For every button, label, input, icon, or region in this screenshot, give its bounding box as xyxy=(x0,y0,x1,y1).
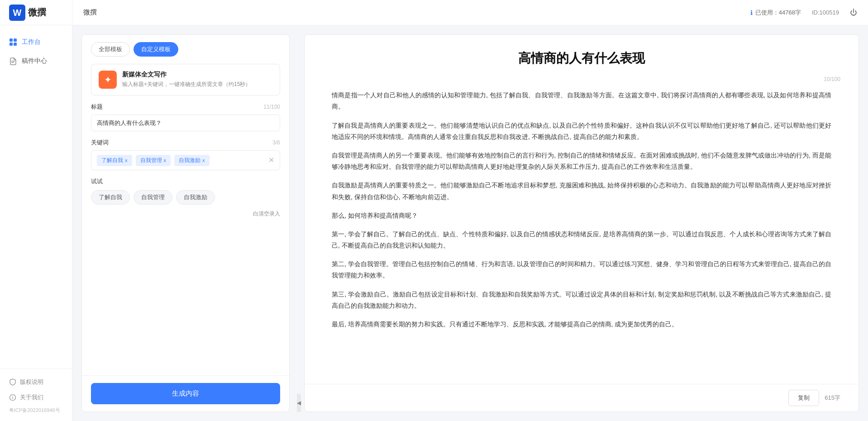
copy-button[interactable]: 复制 xyxy=(788,390,819,406)
remove-keyword-1[interactable]: x xyxy=(125,158,128,163)
page-title: 微撰 xyxy=(83,8,97,17)
svg-rect-4 xyxy=(10,43,13,46)
keywords-label-row: 关键词 3/6 xyxy=(91,139,280,147)
sidebar-footer: 版权说明 关于我们 粤ICP备2022016946号 xyxy=(0,368,72,421)
suggestion-chips: 了解自我 自我管理 自我激励 xyxy=(91,190,280,205)
left-panel: 全部模板 自定义模板 ✦ 新媒体全文写作 输入标题+关键词，一键准确生成所需文章… xyxy=(81,34,290,412)
remove-keyword-2[interactable]: x xyxy=(164,158,167,163)
paragraph-7: 第二, 学会自我管理。管理自己包括控制自己的情绪、行为和言语, 以及管理自己的时… xyxy=(332,258,831,281)
keywords-section: 关键词 3/6 了解自我 x 自我管理 x 自我激励 xyxy=(91,139,280,170)
top-bar: 微撰 ℹ 已使用：44768字 ID:100519 ⏻ xyxy=(72,0,868,25)
clear-keywords-btn[interactable]: ✕ xyxy=(268,157,274,164)
svg-rect-5 xyxy=(14,43,17,46)
usage-info: ℹ 已使用：44768字 xyxy=(750,9,801,17)
template-name: 新媒体全文写作 xyxy=(122,71,272,79)
keyword-label-2: 自我管理 xyxy=(140,157,162,164)
suggestion-chip-3[interactable]: 自我激励 xyxy=(176,190,215,205)
footer-item-copyright[interactable]: 版权说明 xyxy=(0,374,72,390)
file-icon xyxy=(9,57,17,65)
logo-text: 微撰 xyxy=(28,6,46,19)
panel-tabs: 全部模板 自定义模板 xyxy=(82,35,289,57)
generate-button[interactable]: 生成内容 xyxy=(91,383,280,404)
power-icon[interactable]: ⏻ xyxy=(850,9,857,17)
template-icon: ✦ xyxy=(99,71,117,89)
logo-area: W 微撰 xyxy=(0,0,72,25)
paragraph-5: 那么, 如何培养和提高情商呢？ xyxy=(332,210,831,221)
top-bar-right: ℹ 已使用：44768字 ID:100519 ⏻ xyxy=(750,9,857,17)
footer-label-copyright: 版权说明 xyxy=(20,378,43,386)
paragraph-2: 了解自我是高情商人的重要表现之一。他们能够清楚地认识自己的优点和缺点, 以及自己… xyxy=(332,120,831,143)
template-card[interactable]: ✦ 新媒体全文写作 输入标题+关键词，一键准确生成所需文章（约15秒） xyxy=(91,64,280,96)
article-footer: 复制 615字 xyxy=(305,384,858,411)
keywords-label: 关键词 xyxy=(91,139,109,147)
collapse-arrow[interactable]: ◀ xyxy=(297,394,301,412)
right-panel: 高情商的人有什么表现 10/100 情商是指一个人对自己和他人的感情的认知和管理… xyxy=(304,34,859,412)
suggestion-chip-2[interactable]: 自我管理 xyxy=(134,190,172,205)
paragraph-3: 自我管理是高情商人的另一个重要表现。他们能够有效地控制自己的言行和行为, 控制自… xyxy=(332,150,831,172)
clear-all-link[interactable]: 白清空录入 xyxy=(91,210,280,218)
keyword-tag-2[interactable]: 自我管理 x xyxy=(136,155,171,166)
keyword-tag-1[interactable]: 了解自我 x xyxy=(97,155,132,166)
keyword-tag-3[interactable]: 自我激励 x xyxy=(174,155,210,166)
sidebar-item-workbench[interactable]: 工作台 xyxy=(0,33,72,52)
keywords-box: 了解自我 x 自我管理 x 自我激励 x ✕ xyxy=(91,150,280,170)
remove-keyword-3[interactable]: x xyxy=(202,158,205,163)
svg-rect-3 xyxy=(14,38,17,42)
article-header: 高情商的人有什么表现 xyxy=(305,35,858,74)
panel-footer: 生成内容 xyxy=(82,375,289,411)
keyword-label-3: 自我激励 xyxy=(179,157,200,164)
template-desc: 输入标题+关键词，一键准确生成所需文章（约15秒） xyxy=(122,81,272,88)
footer-label-about: 关于我们 xyxy=(20,393,43,402)
sidebar-nav: 工作台 稿件中心 xyxy=(0,25,72,368)
user-id: ID:100519 xyxy=(812,9,839,16)
sidebar-item-drafts[interactable]: 稿件中心 xyxy=(0,52,72,71)
keyword-label-1: 了解自我 xyxy=(101,157,123,164)
paragraph-4: 自我激励是高情商人的重要特质之一。他们能够激励自己不断地追求目标和梦想, 克服困… xyxy=(332,180,831,202)
footer-item-about[interactable]: 关于我们 xyxy=(0,390,72,405)
sidebar: W 微撰 工作台 稿件中心 xyxy=(0,0,72,421)
form-section: 标题 11/100 关键词 3/6 了解自我 x xyxy=(82,96,289,375)
usage-label: 已使用：44768字 xyxy=(755,9,801,17)
article-title: 高情商的人有什么表现 xyxy=(332,49,831,67)
svg-point-10 xyxy=(12,396,13,397)
suggestions-label: 试试 xyxy=(91,177,280,186)
title-label: 标题 xyxy=(91,103,103,111)
paragraph-1: 情商是指一个人对自己和他人的感情的认知和管理能力, 包括了解自我、自我管理、自我… xyxy=(332,90,831,112)
suggestions-section: 试试 了解自我 自我管理 自我激励 白清空录入 xyxy=(91,177,280,218)
suggestion-chip-1[interactable]: 了解自我 xyxy=(91,190,130,205)
keywords-counter: 3/6 xyxy=(272,139,280,146)
icp-text: 粤ICP备2022016946号 xyxy=(0,405,72,417)
logo-icon: W xyxy=(9,5,25,21)
paragraph-9: 最后, 培养高情商需要长期的努力和实践。只有通过不断地学习、反思和实践, 才能够… xyxy=(332,319,831,330)
nav-label-drafts: 稿件中心 xyxy=(22,57,47,65)
svg-text:W: W xyxy=(13,8,22,18)
info-circle-icon xyxy=(9,394,16,401)
template-info: 新媒体全文写作 输入标题+关键词，一键准确生成所需文章（约15秒） xyxy=(122,71,272,88)
page-indicator: 10/100 xyxy=(305,74,858,82)
tab-custom-templates[interactable]: 自定义模板 xyxy=(134,42,178,57)
title-input[interactable] xyxy=(91,115,280,131)
shield-icon xyxy=(9,378,16,386)
main-area: 微撰 ℹ 已使用：44768字 ID:100519 ⏻ 全部模板 自定义模板 ✦… xyxy=(72,0,868,421)
svg-rect-2 xyxy=(10,38,13,42)
paragraph-6: 第一, 学会了解自己。了解自己的优点、缺点、个性特质和偏好, 以及自己的情感状态… xyxy=(332,229,831,251)
usage-icon: ℹ xyxy=(750,9,753,16)
word-count: 615字 xyxy=(825,394,840,402)
article-content: 情商是指一个人对自己和他人的感情的认知和管理能力, 包括了解自我、自我管理、自我… xyxy=(305,82,858,384)
content-area: 全部模板 自定义模板 ✦ 新媒体全文写作 输入标题+关键词，一键准确生成所需文章… xyxy=(72,25,868,421)
title-label-row: 标题 11/100 xyxy=(91,103,280,111)
nav-label-workbench: 工作台 xyxy=(22,38,41,46)
grid-icon xyxy=(9,38,17,46)
title-counter: 11/100 xyxy=(263,104,280,110)
paragraph-8: 第三, 学会激励自己。激励自己包括设定目标和计划、自我激励和自我奖励等方式。可以… xyxy=(332,289,831,311)
tab-all-templates[interactable]: 全部模板 xyxy=(91,42,130,57)
